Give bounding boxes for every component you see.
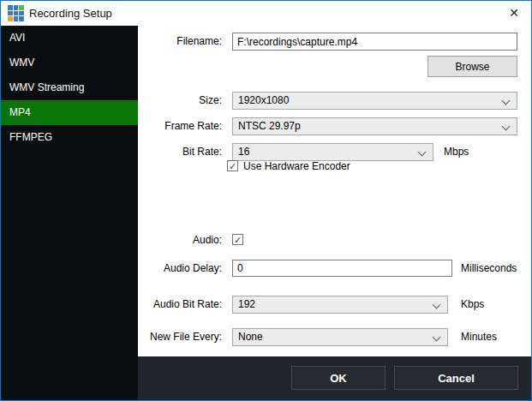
sidebar-item-avi[interactable]: AVI	[1, 26, 138, 51]
audio-checkbox[interactable]: ✓	[232, 234, 243, 245]
format-sidebar: AVI WMV WMV Streaming MP4 FFMPEG	[1, 26, 138, 400]
audio-bit-rate-dropdown[interactable]: 192	[232, 296, 448, 314]
size-label: Size:	[138, 92, 222, 110]
cancel-button[interactable]: Cancel	[394, 366, 518, 390]
chevron-down-icon	[433, 333, 441, 342]
sidebar-item-wmv[interactable]: WMV	[1, 51, 138, 75]
filename-label: Filename:	[138, 33, 222, 51]
frame-rate-dropdown[interactable]: NTSC 29.97p	[232, 117, 517, 135]
bit-rate-dropdown[interactable]: 16	[232, 143, 433, 161]
sidebar-item-wmv-streaming[interactable]: WMV Streaming	[1, 75, 138, 100]
filename-input[interactable]	[232, 33, 517, 51]
frame-rate-value: NTSC 29.97p	[238, 120, 301, 132]
audio-delay-unit: Milliseconds	[461, 260, 517, 278]
sidebar-item-mp4[interactable]: MP4	[1, 100, 138, 125]
bit-rate-label: Bit Rate:	[138, 143, 222, 161]
frame-rate-label: Frame Rate:	[138, 117, 222, 135]
audio-bit-rate-unit: Kbps	[461, 296, 484, 314]
recording-setup-dialog: Recording Setup ✕ AVI WMV WMV Streaming …	[0, 0, 532, 401]
audio-delay-label: Audio Delay:	[138, 260, 222, 278]
sidebar-item-ffmpeg[interactable]: FFMPEG	[1, 125, 138, 150]
hardware-encoder-checkbox[interactable]: ✓	[227, 160, 238, 171]
new-file-every-unit: Minutes	[461, 328, 497, 346]
chevron-down-icon	[502, 97, 511, 105]
audio-bit-rate-value: 192	[238, 298, 255, 310]
hardware-encoder-label: Use Hardware Encoder	[243, 160, 350, 172]
chevron-down-icon	[433, 301, 441, 309]
audio-delay-input[interactable]	[232, 260, 452, 277]
footer-bar: OK Cancel	[138, 356, 531, 400]
app-logo-icon	[8, 5, 24, 21]
new-file-every-value: None	[238, 331, 263, 343]
close-icon[interactable]: ✕	[505, 1, 523, 26]
chevron-down-icon	[418, 148, 427, 157]
audio-bit-rate-label: Audio Bit Rate:	[138, 296, 222, 314]
new-file-every-dropdown[interactable]: None	[232, 328, 448, 346]
browse-button[interactable]: Browse	[427, 56, 517, 77]
audio-label: Audio:	[138, 234, 222, 246]
settings-panel: Filename: Browse Size: 1920x1080 Frame R…	[138, 26, 532, 356]
window-title: Recording Setup	[29, 1, 112, 26]
size-value: 1920x1080	[238, 94, 289, 106]
new-file-every-label: New File Every:	[138, 328, 222, 346]
bit-rate-unit: Mbps	[444, 143, 469, 161]
size-dropdown[interactable]: 1920x1080	[232, 92, 517, 110]
ok-button[interactable]: OK	[291, 366, 386, 390]
bit-rate-value: 16	[238, 146, 249, 158]
chevron-down-icon	[502, 123, 511, 131]
title-bar: Recording Setup ✕	[1, 1, 531, 26]
